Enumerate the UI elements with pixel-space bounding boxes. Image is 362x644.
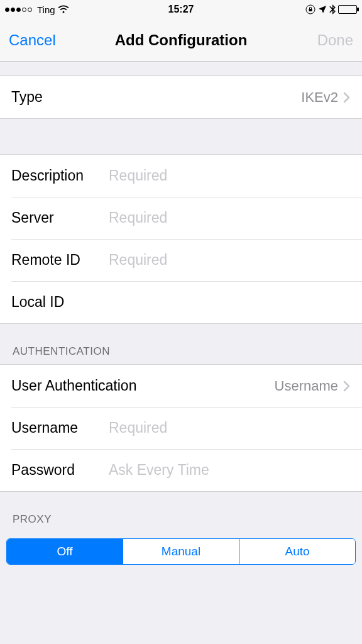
remote-id-row[interactable]: Remote ID bbox=[0, 239, 362, 281]
user-authentication-label: User Authentication bbox=[11, 377, 275, 394]
type-label: Type bbox=[11, 89, 301, 106]
nav-bar: Cancel Add Configuration Done bbox=[0, 19, 362, 62]
server-input[interactable] bbox=[109, 209, 351, 226]
spacer bbox=[0, 119, 362, 154]
description-row[interactable]: Description bbox=[0, 155, 362, 197]
local-id-row[interactable]: Local ID bbox=[0, 281, 362, 323]
chevron-right-icon bbox=[343, 92, 351, 103]
password-row[interactable]: Password bbox=[0, 449, 362, 491]
bluetooth-icon bbox=[329, 4, 336, 14]
proxy-option-auto[interactable]: Auto bbox=[239, 539, 355, 564]
description-input[interactable] bbox=[109, 167, 351, 184]
description-label: Description bbox=[11, 167, 109, 184]
proxy-segmented-wrap: Off Manual Auto bbox=[0, 532, 362, 571]
chevron-right-icon bbox=[343, 380, 351, 392]
spacer bbox=[0, 62, 362, 75]
username-input[interactable] bbox=[109, 419, 351, 436]
username-label: Username bbox=[11, 419, 109, 436]
username-row[interactable]: Username bbox=[0, 407, 362, 449]
done-button[interactable]: Done bbox=[317, 31, 353, 49]
type-row[interactable]: Type IKEv2 bbox=[0, 76, 362, 118]
password-label: Password bbox=[11, 462, 109, 479]
config-group: Description Server Remote ID Local ID bbox=[0, 154, 362, 324]
proxy-option-off[interactable]: Off bbox=[7, 539, 123, 564]
wifi-icon bbox=[58, 5, 69, 14]
server-label: Server bbox=[11, 209, 109, 226]
orientation-lock-icon bbox=[305, 4, 315, 14]
signal-dots-icon bbox=[5, 8, 32, 12]
status-bar: Ting 15:27 bbox=[0, 0, 362, 19]
type-group: Type IKEv2 bbox=[0, 75, 362, 119]
local-id-label: Local ID bbox=[11, 294, 109, 311]
proxy-header: PROXY bbox=[0, 492, 362, 532]
authentication-header: AUTHENTICATION bbox=[0, 324, 362, 364]
password-input[interactable] bbox=[109, 462, 351, 479]
auth-group: User Authentication Username Username Pa… bbox=[0, 364, 362, 492]
type-value: IKEv2 bbox=[301, 89, 343, 106]
remote-id-input[interactable] bbox=[109, 252, 351, 269]
user-authentication-value: Username bbox=[275, 378, 343, 394]
proxy-option-manual[interactable]: Manual bbox=[123, 539, 239, 564]
carrier-label: Ting bbox=[37, 4, 55, 15]
remote-id-label: Remote ID bbox=[11, 252, 109, 269]
location-icon bbox=[318, 5, 327, 14]
proxy-segmented: Off Manual Auto bbox=[6, 538, 356, 565]
battery-icon bbox=[338, 5, 357, 14]
server-row[interactable]: Server bbox=[0, 197, 362, 239]
cancel-button[interactable]: Cancel bbox=[9, 31, 56, 49]
user-authentication-row[interactable]: User Authentication Username bbox=[0, 365, 362, 407]
local-id-input[interactable] bbox=[109, 294, 351, 311]
